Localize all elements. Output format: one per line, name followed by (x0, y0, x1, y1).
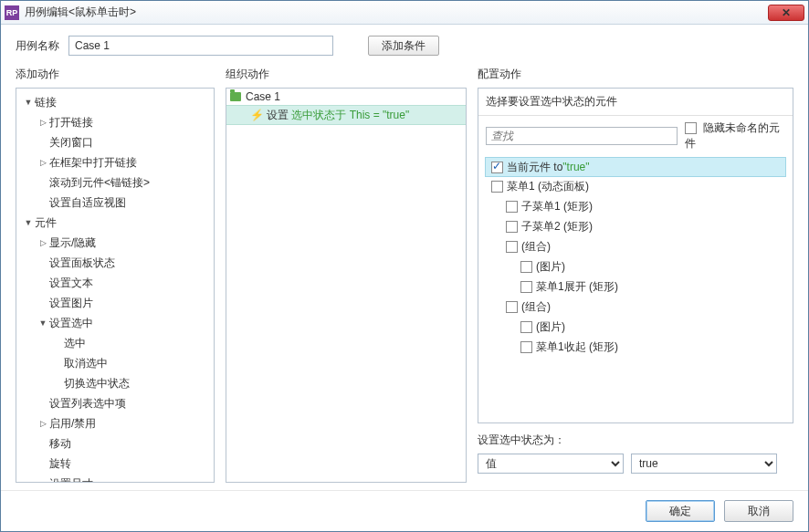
case-name-input[interactable] (68, 36, 333, 56)
ok-button[interactable]: 确定 (646, 500, 715, 522)
action-label: 切换选中状态 (64, 376, 130, 391)
expand-icon[interactable] (37, 118, 49, 127)
widget-tree[interactable]: 当前元件 to "true" 菜单1 (动态面板) 子菜单1 (矩形) 子菜单2… (478, 156, 793, 422)
expand-icon[interactable] (37, 158, 49, 167)
search-input[interactable] (486, 127, 678, 145)
configure-bottom: 设置选中状态为： 值 true (478, 433, 793, 474)
value-type-select[interactable]: 值 (478, 454, 624, 474)
action-tree-item[interactable]: 在框架中打开链接 (16, 152, 214, 172)
action-tree-item[interactable]: 选中 (16, 333, 214, 353)
action-tree-item[interactable]: 打开链接 (16, 112, 214, 132)
organize-actions-column: 组织动作 Case 1 ⚡ 设置 选中状态于 This = "true" (226, 63, 467, 483)
action-tree-item[interactable]: 设置尺寸 (16, 474, 214, 483)
widget-label: (组合) (521, 299, 551, 315)
add-actions-panel[interactable]: 链接打开链接关闭窗口在框架中打开链接滚动到元件<锚链接>设置自适应视图元件显示/… (16, 88, 215, 483)
action-tree-item[interactable]: 关闭窗口 (16, 132, 214, 152)
expand-icon[interactable] (37, 318, 49, 328)
widget-label: 菜单1 (动态面板) (507, 179, 589, 194)
expand-icon[interactable] (22, 98, 35, 107)
configure-actions-label: 配置动作 (478, 67, 793, 82)
checkbox-icon[interactable] (506, 201, 518, 213)
action-tree-item[interactable]: 旋转 (16, 454, 214, 474)
widget-label: 当前元件 to (507, 160, 562, 175)
action-tree-item[interactable]: 设置列表选中项 (16, 393, 214, 413)
checkbox-icon[interactable] (520, 261, 532, 273)
action-tree-item[interactable]: 设置选中 (16, 313, 214, 333)
checkbox-icon[interactable] (520, 281, 532, 293)
action-tree-item[interactable]: 设置自适应视图 (16, 193, 214, 213)
action-label: 设置尺寸 (49, 476, 93, 484)
checkbox-icon[interactable] (491, 162, 503, 173)
widget-tree-item[interactable]: 当前元件 to "true" (485, 157, 786, 177)
widget-tree-item[interactable]: (图片) (486, 317, 785, 337)
widget-tree-item[interactable]: 菜单1 (动态面板) (486, 176, 785, 196)
action-label: 设置图片 (49, 296, 93, 311)
action-tree-item[interactable]: 元件 (16, 213, 214, 233)
action-tree-item[interactable]: 显示/隐藏 (16, 233, 214, 253)
action-tree-item[interactable]: 设置图片 (16, 293, 214, 313)
action-label: 移动 (49, 436, 71, 452)
action-tree-item[interactable]: 滚动到元件<锚链接> (16, 172, 214, 193)
widget-label: (组合) (521, 239, 551, 255)
action-label: 打开链接 (49, 115, 93, 130)
checkbox-icon[interactable] (506, 241, 518, 253)
cancel-button[interactable]: 取消 (724, 500, 793, 522)
action-label: 关闭窗口 (49, 135, 93, 151)
action-label: 设置自适应视图 (49, 195, 126, 211)
value-select[interactable]: true (631, 454, 777, 474)
widget-label: (图片) (536, 319, 565, 335)
window-title: 用例编辑<鼠标单击时> (25, 5, 768, 20)
case-name-label: 用例名称 (16, 38, 59, 54)
action-tree-item[interactable]: 设置文本 (16, 273, 214, 293)
action-tree-item[interactable]: 取消选中 (16, 353, 214, 373)
checkbox-icon[interactable] (506, 221, 518, 233)
top-row: 用例名称 添加条件 (1, 25, 808, 63)
dialog-window: RP 用例编辑<鼠标单击时> ✕ 用例名称 添加条件 添加动作 链接打开链接关闭… (0, 0, 809, 532)
expand-icon[interactable] (37, 238, 49, 247)
widget-tree-item[interactable]: (图片) (486, 256, 785, 276)
action-label: 启用/禁用 (49, 416, 96, 432)
checkbox-icon[interactable] (520, 321, 532, 333)
org-action-prefix: 设置 (267, 108, 289, 123)
folder-icon (229, 90, 242, 103)
checkbox-icon[interactable] (491, 181, 503, 193)
widget-tree-item[interactable]: (组合) (486, 236, 785, 256)
checkbox-icon[interactable] (506, 301, 518, 313)
close-icon: ✕ (782, 6, 791, 19)
action-tree-item[interactable]: 链接 (16, 92, 214, 112)
configure-actions-column: 配置动作 选择要设置选中状态的元件 隐藏未命名的元件 当前元件 to "true… (478, 63, 793, 483)
hide-unnamed-label: 隐藏未命名的元件 (685, 121, 780, 150)
org-action-row[interactable]: ⚡ 设置 选中状态于 This = "true" (226, 105, 467, 125)
action-tree-item[interactable]: 设置面板状态 (16, 253, 214, 273)
add-actions-label: 添加动作 (16, 67, 215, 82)
action-tree-item[interactable]: 切换选中状态 (16, 373, 214, 393)
checkbox-icon[interactable] (520, 341, 532, 353)
widget-tree-item[interactable]: 子菜单1 (矩形) (486, 196, 785, 216)
widget-tree-item[interactable]: 子菜单2 (矩形) (486, 216, 785, 236)
action-tree-item[interactable]: 启用/禁用 (16, 413, 214, 433)
set-state-label: 设置选中状态为： (478, 433, 793, 448)
configure-panel: 选择要设置选中状态的元件 隐藏未命名的元件 当前元件 to "true" 菜单1… (478, 88, 793, 423)
expand-icon[interactable] (37, 419, 49, 428)
widget-tree-item[interactable]: (组合) (486, 297, 785, 317)
organize-actions-label: 组织动作 (226, 67, 467, 82)
action-label: 设置面板状态 (49, 256, 115, 271)
org-case-row[interactable]: Case 1 (226, 88, 467, 106)
action-label: 选中 (64, 336, 86, 351)
close-button[interactable]: ✕ (768, 5, 804, 21)
action-label: 滚动到元件<锚链接> (49, 175, 150, 191)
organize-actions-panel[interactable]: Case 1 ⚡ 设置 选中状态于 This = "true" (226, 88, 467, 483)
expand-icon[interactable] (22, 218, 35, 227)
widget-tree-item[interactable]: 菜单1展开 (矩形) (486, 276, 785, 297)
action-label: 设置选中 (49, 316, 93, 331)
hide-unnamed-option[interactable]: 隐藏未命名的元件 (685, 120, 785, 151)
action-label: 链接 (35, 95, 57, 110)
widget-tree-item[interactable]: 菜单1收起 (矩形) (486, 337, 785, 357)
action-label: 设置文本 (49, 276, 93, 291)
checkbox-icon[interactable] (685, 122, 697, 134)
app-icon: RP (5, 5, 19, 20)
configure-header: 选择要设置选中状态的元件 (478, 89, 793, 116)
add-condition-button[interactable]: 添加条件 (368, 36, 439, 56)
action-tree-item[interactable]: 移动 (16, 433, 214, 454)
widget-label: (图片) (536, 259, 565, 275)
